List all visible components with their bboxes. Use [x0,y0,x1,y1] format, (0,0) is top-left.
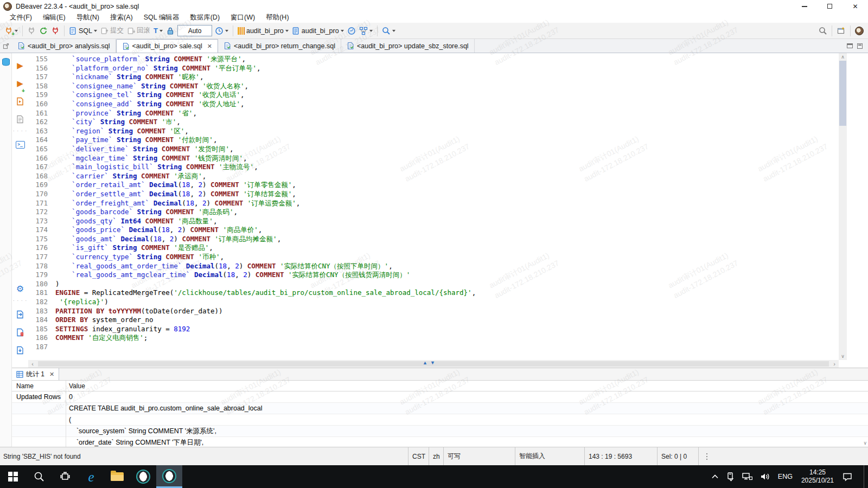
execute-script-button[interactable] [16,92,24,110]
table-row[interactable]: ( [12,414,868,426]
save-to-file-button[interactable] [16,341,24,359]
editor-vertical-scrollbar[interactable]: ∧ ∨ [839,53,847,360]
transaction-log-button[interactable]: T [152,24,164,37]
scroll-down-icon[interactable]: ∨ [839,352,847,360]
input-language-indicator[interactable]: ENG [774,465,796,488]
tab-close-icon[interactable]: ✕ [49,371,54,378]
search-data-button[interactable] [380,24,397,37]
status-overflow-icon[interactable] [706,456,707,457]
panel-sash[interactable]: ▲ ▼ [423,361,435,365]
table-row[interactable]: CREATE TABLE audit_bi_pro.custom_online_… [12,403,868,414]
tray-expand-button[interactable] [707,465,723,488]
execute-statement-button[interactable]: ▶ [17,56,23,74]
dashboard-button[interactable] [346,24,358,37]
commit-button[interactable]: 提交 [99,24,125,37]
connection-selector[interactable]: audit_bi_pro [236,24,290,37]
scroll-up-icon[interactable]: ∧ [839,53,847,61]
connection-color-icon [238,27,245,35]
close-button[interactable]: ✕ [843,0,868,12]
action-center-button[interactable] [839,465,856,488]
export-from-query-button[interactable] [16,305,24,323]
show-desktop-button[interactable] [864,465,868,488]
menu-item-6[interactable]: 窗口(W) [225,12,260,23]
tab-close-icon[interactable]: ✕ [207,43,212,50]
line-number: 166 [28,154,55,163]
start-button[interactable] [0,465,26,488]
menu-item-2[interactable]: 导航(N) [71,12,105,23]
code-line: 165 `deliver_time` String COMMENT '发货时间'… [28,145,839,154]
document-warning-icon: ! [16,328,24,337]
tab-statistics[interactable]: 统计 1 ✕ [12,368,59,380]
code-line: 159 `consignee_tel` String COMMENT '收货人电… [28,91,839,100]
dbeaver-taskbar-button[interactable] [130,465,156,488]
dbeaver-taskbar-button-active[interactable] [156,465,182,488]
results-scroll-down-icon[interactable]: ∨ [863,440,867,446]
table-row[interactable]: Updated Rows0 [12,391,868,403]
database-navigator-icon[interactable] [1,57,11,67]
transaction-mode-combo[interactable]: Auto [177,25,212,36]
status-segment-2[interactable]: 可写 [443,447,515,465]
status-segment-5[interactable]: Sel: 0 | 0 [657,447,699,465]
new-connection-button[interactable]: + [3,24,20,37]
rollback-button[interactable]: 回滚 [125,24,152,37]
task-view-button[interactable] [52,465,78,488]
execution-plan-button[interactable] [358,24,374,37]
tx-history-button[interactable] [213,24,230,37]
menu-item-3[interactable]: 搜索(A) [105,12,138,23]
table-row[interactable]: `source_system` String COMMENT '来源系统', [12,426,868,437]
editor-tab-0[interactable]: <audit_bi_pro> analysis.sql [12,39,116,53]
menu-item-4[interactable]: SQL 编辑器 [138,12,185,23]
minimize-button[interactable] [792,0,817,12]
line-number: 174 [28,226,55,235]
open-perspective-button[interactable] [835,24,847,37]
dbeaver-logo-icon [855,27,864,35]
reconnect-button[interactable] [37,24,49,37]
line-number: 171 [28,199,55,208]
sash-down-icon[interactable]: ▼ [430,361,435,365]
scrollbar-thumb[interactable] [839,61,846,126]
quick-search-button[interactable] [817,24,829,37]
column-header-value[interactable]: Value [66,382,85,390]
menu-item-1[interactable]: 编辑(E) [37,12,71,23]
menu-item-7[interactable]: 帮助(H) [260,12,294,23]
menu-item-0[interactable]: 文件(F) [4,12,37,23]
schema-selector[interactable]: audit_bi_pro [290,24,346,37]
menu-item-5[interactable]: 数据库(D) [184,12,225,23]
internet-explorer-button[interactable]: e [78,465,104,488]
taskbar-clock[interactable]: 14:25 2025/10/21 [796,468,839,485]
explain-plan-button[interactable]: ⚙ [16,280,24,298]
sash-up-icon[interactable]: ▲ [423,361,427,365]
evaluate-script-button[interactable] [16,110,24,128]
scroll-left-icon[interactable]: ‹ [28,361,37,367]
sql-editor-button[interactable]: SQL [67,24,99,37]
dbeaver-perspective-button[interactable] [853,24,865,37]
toolbar-separator-dots: · · · · [13,128,28,136]
validate-script-button[interactable]: ! [16,323,24,341]
status-segment-3[interactable]: 智能插入 [515,447,584,465]
execute-new-tab-button[interactable]: ▶+ [17,74,23,92]
volume-tray-icon[interactable] [756,465,774,488]
maximize-view-icon[interactable] [857,43,863,49]
table-row[interactable]: `order_date` String COMMENT '下单日期', [12,437,868,447]
scroll-right-icon[interactable]: › [830,361,839,367]
editor-tab-2[interactable]: <audit_bi_pro> return_change.sql [218,39,341,53]
taskbar-search-button[interactable] [26,465,52,488]
status-segment-1[interactable]: zh [429,447,443,465]
file-explorer-button[interactable] [104,465,130,488]
restore-view-button[interactable] [0,39,12,53]
column-header-name[interactable]: Name [12,382,66,390]
connect-button[interactable] [25,24,37,37]
status-segment-0[interactable]: CST [408,447,429,465]
sql-editor[interactable]: 155 `source_platform` String COMMENT '来源… [28,53,839,360]
open-sql-console-button[interactable]: >_ [16,136,25,153]
status-segment-4[interactable]: 143 : 19 : 5693 [584,447,657,465]
editor-tab-1[interactable]: <audit_bi_pro> sale.sql✕ [116,39,218,53]
disconnect-button[interactable] [49,24,61,37]
maximize-button[interactable] [817,0,843,12]
usb-device-tray-icon[interactable] [723,465,738,488]
editor-tab-3[interactable]: <audit_bi_pro> update_sbz_store.sql [341,39,475,53]
network-tray-icon[interactable] [738,465,756,488]
lock-button[interactable] [164,24,176,37]
minimize-view-icon[interactable] [847,43,853,48]
results-panel: 统计 1 ✕ Name Value Updated Rows0CREATE TA… [12,368,868,447]
